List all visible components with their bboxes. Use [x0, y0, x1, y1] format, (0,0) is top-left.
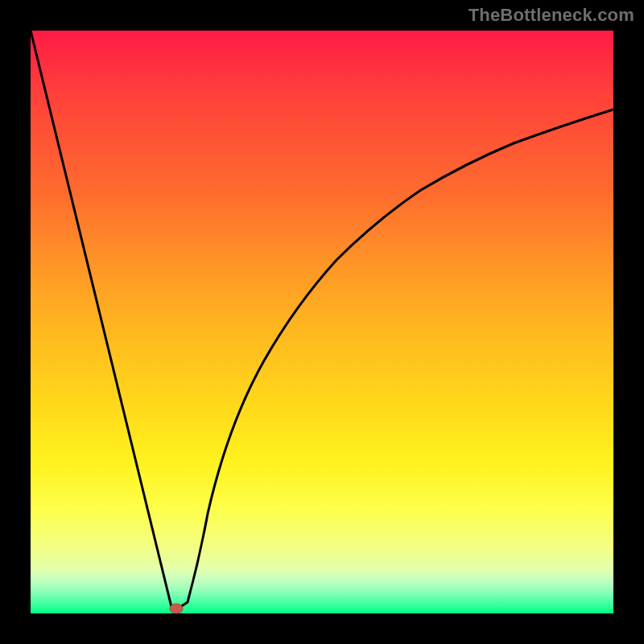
- curve-right: [180, 109, 613, 607]
- chart-root: TheBottleneck.com: [0, 0, 644, 644]
- curve-left: [31, 31, 171, 607]
- credit-label: TheBottleneck.com: [469, 5, 634, 26]
- optimum-marker: [170, 604, 183, 613]
- curve-overlay: [31, 31, 613, 613]
